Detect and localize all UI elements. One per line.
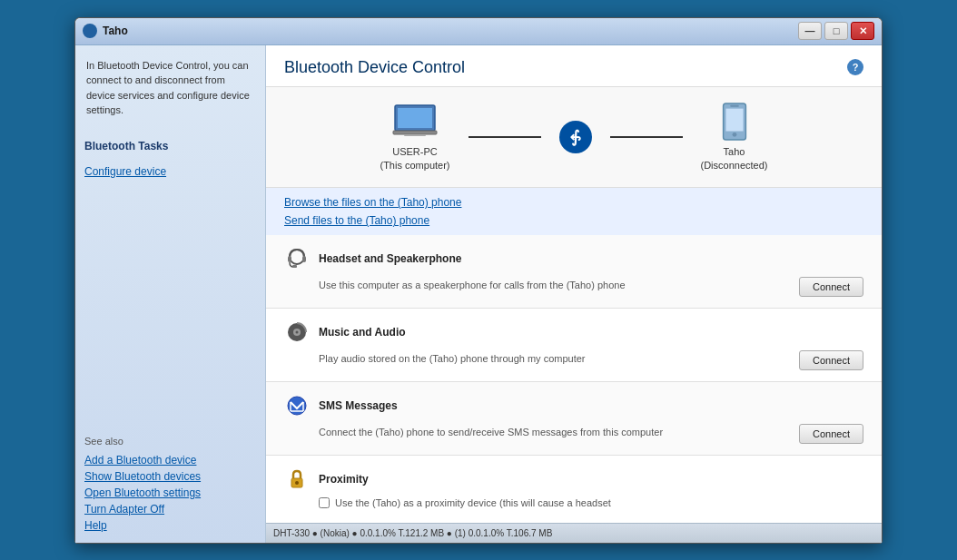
sidebar-add-bluetooth-link[interactable]: Add a Bluetooth device: [84, 452, 256, 468]
sidebar-open-settings-link[interactable]: Open Bluetooth settings: [84, 485, 256, 501]
sidebar-turn-adapter-off-link[interactable]: Turn Adapter Off: [84, 501, 256, 517]
window-title-area: Taho: [83, 24, 128, 38]
computer-device: USER-PC (This computer): [380, 102, 449, 173]
headset-connect-button[interactable]: Connect: [799, 277, 863, 297]
sms-connect-button[interactable]: Connect: [799, 424, 863, 444]
proximity-checkbox-area: Use the (Taho) as a proximity device (th…: [319, 497, 863, 508]
proximity-item: Proximity Use the (Taho) as a proximity …: [266, 456, 882, 519]
phone-device: Taho (Disconnected): [701, 102, 768, 173]
music-service-row: Play audio stored on the (Taho) phone th…: [284, 350, 863, 370]
minimize-button[interactable]: —: [798, 22, 822, 40]
headset-service-header: Headset and Speakerphone: [284, 246, 863, 271]
svg-rect-3: [404, 134, 426, 136]
window-body: In Bluetooth Device Control, you can con…: [75, 45, 882, 543]
phone-icon: [721, 102, 748, 142]
status-bar: DHT-330 ● (Nokia) ● 0.0.1.0% T.121.2 MB …: [266, 523, 882, 543]
sidebar-description: In Bluetooth Device Control, you can con…: [84, 54, 256, 122]
main-window: Taho — □ ✕ In Bluetooth Device Control, …: [74, 17, 883, 544]
window-controls: — □ ✕: [798, 22, 874, 40]
computer-label: USER-PC (This computer): [380, 145, 449, 173]
status-text: DHT-330 ● (Nokia) ● 0.0.1.0% T.121.2 MB …: [273, 528, 552, 538]
proximity-lock-icon: [284, 467, 310, 492]
svg-rect-2: [393, 131, 437, 134]
svg-point-20: [295, 481, 299, 485]
sidebar-show-bluetooth-link[interactable]: Show Bluetooth devices: [84, 468, 256, 485]
svg-point-14: [296, 331, 299, 334]
svg-rect-5: [725, 108, 743, 131]
sms-service-row: Connect the (Taho) phone to send/receive…: [284, 424, 863, 444]
close-button[interactable]: ✕: [851, 22, 874, 40]
svg-point-6: [732, 132, 736, 136]
browse-files-link[interactable]: Browse the files on the (Taho) phone: [284, 193, 863, 211]
headset-service-description: Use this computer as a speakerphone for …: [319, 280, 626, 290]
window-title: Taho: [103, 25, 128, 37]
sms-service-header: SMS Messages: [284, 393, 863, 418]
sidebar-configure-device-link[interactable]: Configure device: [84, 163, 256, 180]
sms-service-title: SMS Messages: [319, 399, 863, 412]
music-connect-button[interactable]: Connect: [799, 350, 863, 370]
sms-service-description: Connect the (Taho) phone to send/receive…: [319, 427, 663, 437]
connection-line-right: [610, 136, 683, 138]
music-service-item: Music and Audio Play audio stored on the…: [266, 309, 882, 382]
svg-rect-11: [292, 265, 297, 268]
sidebar-help-link[interactable]: Help: [84, 517, 256, 534]
svg-rect-10: [302, 256, 306, 262]
laptop-icon: [390, 102, 440, 142]
svg-rect-9: [288, 256, 291, 262]
proximity-checkbox[interactable]: [319, 497, 330, 508]
svg-rect-1: [398, 108, 432, 128]
bluetooth-icon-center: ⨗: [559, 121, 592, 153]
headset-service-row: Use this computer as a speakerphone for …: [284, 277, 863, 297]
svg-rect-7: [730, 104, 739, 106]
window-icon: [83, 24, 97, 38]
main-header: Bluetooth Device Control ?: [266, 45, 882, 87]
send-files-link[interactable]: Send files to the (Taho) phone: [284, 211, 863, 230]
sidebar-see-also-title: See also: [84, 436, 256, 447]
device-diagram: USER-PC (This computer) ⨗: [266, 87, 882, 189]
headset-service-item: Headset and Speakerphone Use this comput…: [266, 235, 882, 309]
music-service-header: Music and Audio: [284, 319, 863, 345]
sms-icon: [284, 393, 310, 418]
proximity-checkbox-label: Use the (Taho) as a proximity device (th…: [335, 497, 611, 508]
music-service-description: Play audio stored on the (Taho) phone th…: [319, 353, 586, 364]
sidebar-tasks-title: Bluetooth Tasks: [84, 140, 256, 152]
services-container[interactable]: Browse the files on the (Taho) phone Sen…: [266, 188, 882, 522]
music-service-title: Music and Audio: [319, 326, 863, 339]
proximity-title: Proximity: [319, 473, 369, 486]
music-icon: [284, 319, 310, 345]
sms-service-item: SMS Messages Connect the (Taho) phone to…: [266, 382, 882, 456]
headset-icon: [284, 246, 310, 271]
highlight-links-area: Browse the files on the (Taho) phone Sen…: [266, 188, 882, 235]
help-icon[interactable]: ?: [847, 59, 863, 75]
sidebar-see-also: See also Add a Bluetooth device Show Blu…: [84, 427, 256, 534]
phone-label: Taho (Disconnected): [701, 145, 768, 173]
page-title: Bluetooth Device Control: [284, 58, 465, 77]
main-content: Bluetooth Device Control ? USER-PC (This: [266, 45, 882, 543]
headset-service-title: Headset and Speakerphone: [319, 252, 863, 265]
sidebar: In Bluetooth Device Control, you can con…: [75, 45, 266, 543]
proximity-header: Proximity: [284, 467, 863, 492]
connection-line-left: [469, 136, 541, 138]
maximize-button[interactable]: □: [824, 22, 848, 40]
title-bar: Taho — □ ✕: [75, 18, 882, 45]
